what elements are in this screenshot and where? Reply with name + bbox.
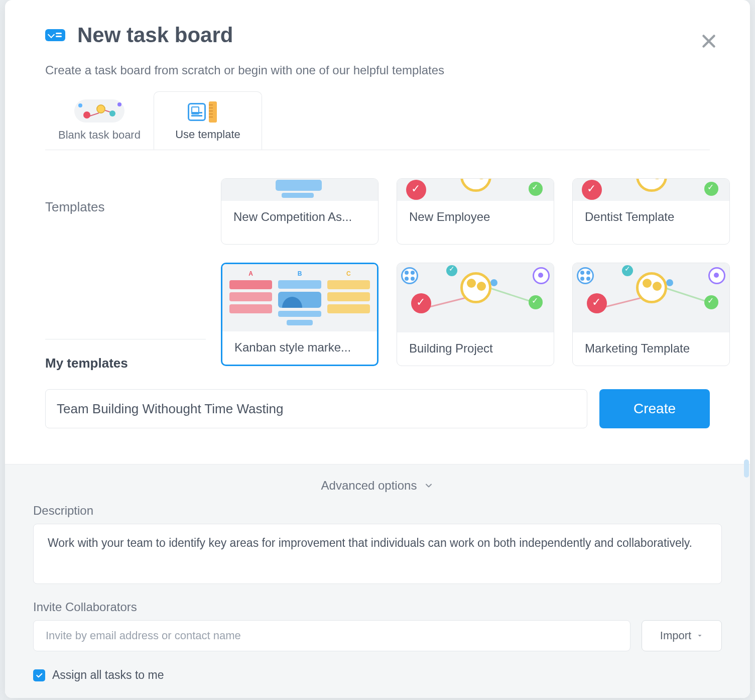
board-name-row: Create <box>45 389 710 428</box>
modal-subtitle: Create a task board from scratch or begi… <box>45 63 710 77</box>
board-name-input[interactable] <box>45 389 587 428</box>
section-divider <box>45 339 206 339</box>
assign-all-tasks-label: Assign all tasks to me <box>52 668 164 682</box>
template-thumbnail: A B C <box>222 264 377 331</box>
tab-blank-task-board[interactable]: Blank task board <box>45 91 154 150</box>
template-card-new-employee[interactable]: New Employee <box>397 178 554 245</box>
template-card-title: Building Project <box>397 332 554 366</box>
template-icon <box>188 102 228 122</box>
template-card-title: Kanban style marke... <box>222 331 377 365</box>
close-button[interactable] <box>698 30 720 52</box>
modal-body: Templates New Competition As... New Empl… <box>5 150 750 464</box>
close-icon <box>700 32 718 50</box>
scrollbar-thumb[interactable] <box>744 459 749 478</box>
template-card-dentist[interactable]: Dentist Template <box>572 178 730 245</box>
assign-all-tasks-row: Assign all tasks to me <box>33 668 722 682</box>
templates-row-1: Templates New Competition As... New Empl… <box>45 178 710 245</box>
tab-bar: Blank task board Use template <box>45 91 710 150</box>
modal-title: New task board <box>77 23 233 47</box>
template-card-kanban-marketing[interactable]: A B C Kanban style marke... <box>221 263 379 366</box>
task-board-icon <box>45 29 65 41</box>
advanced-options-toggle[interactable]: Advanced options <box>33 477 722 504</box>
invite-collaborators-input[interactable] <box>33 620 631 651</box>
new-task-board-modal: New task board Create a task board from … <box>5 0 750 698</box>
template-thumbnail <box>573 263 729 332</box>
create-button[interactable]: Create <box>599 389 710 428</box>
template-card-title: Dentist Template <box>573 201 729 234</box>
description-input[interactable] <box>33 524 722 584</box>
template-card-title: Marketing Template <box>573 332 729 366</box>
advanced-options-label: Advanced options <box>321 479 417 493</box>
template-thumbnail <box>397 179 554 201</box>
tab-label: Use template <box>175 128 240 141</box>
templates-heading: Templates <box>45 199 221 215</box>
template-card-marketing[interactable]: Marketing Template <box>572 263 730 366</box>
import-label: Import <box>660 629 691 642</box>
assign-all-tasks-checkbox[interactable] <box>33 669 45 681</box>
advanced-options-panel: Advanced options Description Invite Coll… <box>5 464 750 698</box>
molecule-icon <box>74 99 124 123</box>
import-button[interactable]: Import <box>642 620 722 651</box>
tab-use-template[interactable]: Use template <box>154 91 262 150</box>
tab-label: Blank task board <box>58 129 141 142</box>
template-card-new-competition[interactable]: New Competition As... <box>221 178 379 245</box>
my-templates-heading: My templates <box>45 356 221 371</box>
template-thumbnail <box>221 179 378 201</box>
template-thumbnail <box>573 179 729 201</box>
check-icon <box>35 671 43 679</box>
template-card-title: New Employee <box>397 201 554 234</box>
modal-header: New task board Create a task board from … <box>5 0 750 150</box>
template-card-title: New Competition As... <box>221 201 378 234</box>
templates-row-2: My templates A B C Kanban style marke... <box>45 263 710 371</box>
template-thumbnail <box>397 263 554 332</box>
description-label: Description <box>33 504 722 518</box>
invite-label: Invite Collaborators <box>33 600 722 614</box>
chevron-down-icon <box>424 481 434 491</box>
template-card-building-project[interactable]: Building Project <box>397 263 554 366</box>
caret-down-icon <box>696 632 703 639</box>
